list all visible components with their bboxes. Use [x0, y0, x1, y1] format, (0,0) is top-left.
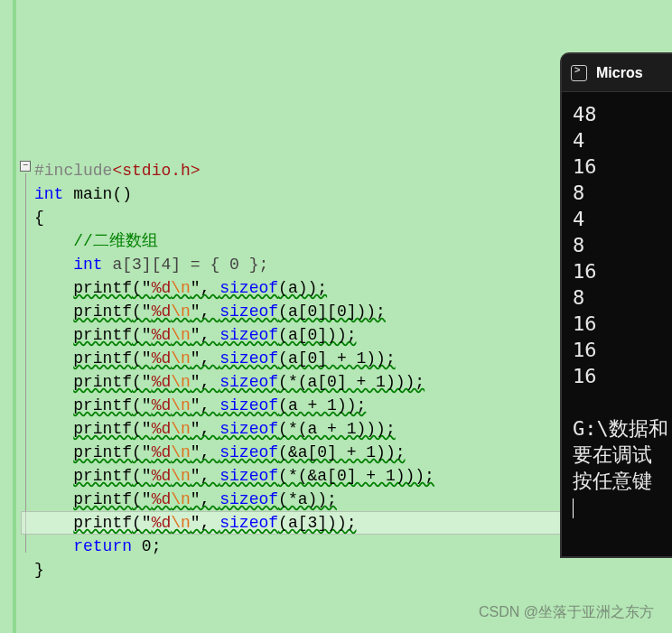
out-5: 8	[573, 234, 584, 256]
arg-8: (*(&a[0] + 1)));	[278, 467, 434, 485]
comment: //二维数组	[73, 232, 158, 250]
out-10: 16	[573, 365, 597, 387]
console-window[interactable]: Micros 48 4 16 8 4 8 16 8 16 16 16 G:\数据…	[560, 52, 672, 558]
out-9: 16	[573, 339, 597, 361]
fold-guide	[25, 173, 26, 553]
console-msg2: 按任意键	[573, 470, 652, 492]
open-brace: {	[34, 209, 44, 227]
console-title: Micros	[596, 65, 643, 81]
console-msg1: 要在调试	[573, 443, 652, 466]
out-0: 48	[573, 103, 597, 126]
console-titlebar[interactable]: Micros	[562, 54, 672, 92]
out-1: 4	[573, 129, 584, 152]
terminal-icon	[571, 65, 587, 81]
console-cursor	[573, 498, 574, 518]
change-bar	[13, 0, 16, 633]
arg-5: (a + 1));	[278, 396, 366, 414]
arg-9: (*a));	[278, 490, 337, 508]
out-6: 16	[573, 260, 597, 283]
include-header: <stdio.h>	[112, 162, 200, 180]
arg-2: (a[0]));	[278, 326, 356, 344]
out-8: 16	[573, 312, 597, 335]
out-3: 8	[573, 182, 584, 204]
arg-10: (a[3]));	[278, 514, 356, 532]
out-4: 4	[573, 208, 584, 230]
arg-6: (*(a + 1)));	[278, 420, 396, 438]
decl: a[3][4] = { 0 };	[103, 256, 269, 274]
out-2: 16	[573, 155, 597, 178]
arg-0: (a));	[278, 279, 327, 297]
close-brace: }	[34, 561, 44, 579]
arg-1: (a[0][0]));	[278, 303, 386, 321]
fold-toggle[interactable]: −	[20, 161, 31, 172]
arg-7: (&a[0] + 1));	[278, 443, 405, 461]
console-output[interactable]: 48 4 16 8 4 8 16 8 16 16 16 G:\数据和 要在调试 …	[562, 92, 672, 520]
console-path: G:\数据和	[573, 417, 668, 440]
code-editor[interactable]: #include<stdio.h> int main() { //二维数组 in…	[34, 135, 434, 582]
out-7: 8	[573, 286, 584, 309]
kw-return: return	[73, 537, 132, 555]
fn-main: main	[73, 185, 112, 203]
kw-int: int	[34, 185, 63, 203]
watermark: CSDN @坐落于亚洲之东方	[479, 603, 654, 622]
arg-3: (a[0] + 1));	[278, 349, 396, 368]
preprocessor: #include	[34, 162, 112, 180]
arg-4: (*(a[0] + 1)));	[278, 373, 425, 391]
